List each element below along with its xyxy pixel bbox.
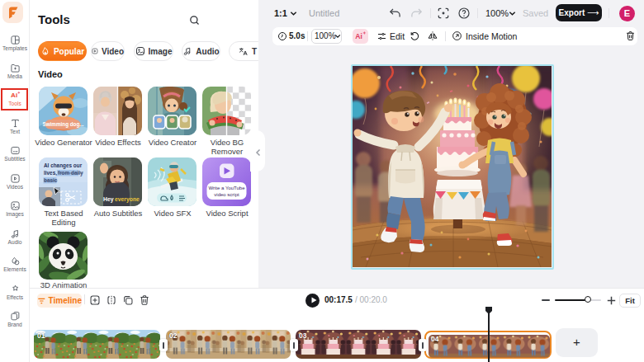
svg-text:Hey: Hey [103,196,114,203]
svg-text:from daily: from daily [58,170,83,176]
svg-text:Swimming dog...: Swimming dog... [42,121,83,128]
svg-text:Write a YouTube: Write a YouTube [208,186,245,190]
svg-text:AI changes our: AI changes our [44,162,83,169]
svg-text:video script: video script [214,192,239,197]
svg-text:Ai: Ai [355,32,362,40]
svg-text:basic: basic [44,177,58,183]
svg-text:lives,: lives, [44,170,57,176]
svg-text:everyone: everyone [115,196,140,203]
